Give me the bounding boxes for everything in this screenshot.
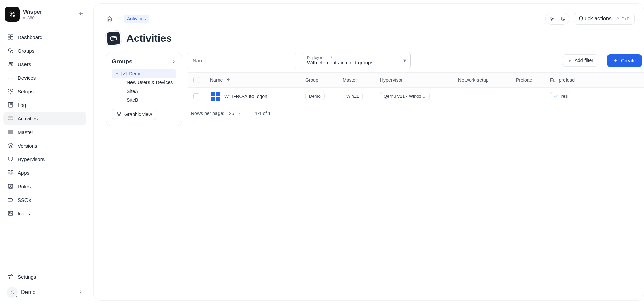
chevron-right-icon [116, 16, 120, 22]
svg-rect-22 [8, 173, 10, 175]
full-preload-chip[interactable]: Yes [550, 92, 571, 100]
brand-logo [5, 7, 20, 22]
tree-item-demo[interactable]: Demo [112, 69, 176, 78]
column-header-group[interactable]: Group [300, 77, 338, 83]
quick-actions-shortcut: ALT+P [616, 16, 630, 21]
brand-sub: 360 [23, 15, 42, 20]
svg-rect-21 [11, 170, 13, 172]
chevron-down-icon [115, 71, 119, 76]
groups-tree: Demo New Users & Devices SiteA SiteB [112, 69, 176, 104]
quick-actions-button[interactable]: Quick actions ALT+P [574, 13, 635, 25]
table-footer: Rows per page: 25 1-1 of 1 [188, 105, 644, 121]
user-menu[interactable]: Demo [3, 284, 86, 301]
sidebar-item-apps[interactable]: Apps [3, 166, 86, 179]
column-header-full-preload[interactable]: Full preload [545, 77, 599, 83]
display-mode-select[interactable]: Display mode * With elements in child gr… [302, 53, 411, 68]
group-chip[interactable]: Demo [305, 92, 325, 100]
page-icon [105, 30, 122, 46]
svg-point-36 [119, 115, 120, 116]
sidebar-item-label: Activities [18, 116, 38, 121]
svg-rect-13 [8, 76, 13, 79]
breadcrumb: Activities [106, 15, 149, 23]
table-header-row: Name Group Master Hypervisor Network set… [188, 73, 644, 88]
user-name: Demo [21, 289, 36, 296]
sidebar-item-ssos[interactable]: SSOs [3, 193, 86, 206]
svg-rect-18 [8, 132, 13, 134]
sidebar-item-devices[interactable]: Devices [3, 71, 86, 84]
status-dot-icon [15, 295, 18, 298]
svg-point-30 [9, 277, 10, 278]
column-header-hypervisor[interactable]: Hypervisor [375, 77, 453, 83]
groups-panel-header[interactable]: Groups [112, 58, 176, 65]
brand-block: Wisper 360 [3, 5, 86, 24]
apps-icon [7, 170, 14, 176]
svg-point-28 [10, 212, 10, 213]
master-chip[interactable]: Win11 [343, 92, 363, 100]
sun-icon [549, 16, 554, 21]
rows-per-page-select[interactable]: 25 [229, 111, 241, 116]
brand-sub-text: 360 [27, 15, 35, 20]
column-header-preload[interactable]: Preload [511, 77, 545, 83]
theme-dark-button[interactable] [557, 13, 569, 24]
display-mode-value: With elements in child groups [307, 60, 405, 65]
sidebar-item-label: Users [18, 61, 31, 67]
sidebar-item-hypervisors[interactable]: Hypervisors [3, 153, 86, 166]
tree-item[interactable]: SiteB [125, 96, 176, 104]
sidebar-item-versions[interactable]: Versions [3, 139, 86, 152]
sidebar-item-settings[interactable]: Settings [3, 270, 86, 283]
svg-point-11 [9, 62, 11, 64]
breadcrumb-current[interactable]: Activities [124, 15, 149, 23]
sidebar-item-dashboard[interactable]: Dashboard [3, 31, 86, 43]
hypervisor-chip[interactable]: Qemu V11 - Windo… [380, 92, 430, 100]
row-checkbox[interactable] [193, 93, 199, 99]
table-row[interactable]: W11-RO-AutoLogon Demo Win11 Qemu V11 - W… [188, 88, 644, 105]
svg-rect-17 [8, 130, 13, 132]
sidebar-item-setups[interactable]: Setups [3, 85, 86, 98]
column-header-network[interactable]: Network setup [453, 77, 511, 83]
brand-name: Wisper [23, 8, 42, 15]
groups-icon [7, 48, 14, 54]
dashboard-icon [7, 34, 14, 40]
sort-asc-icon [226, 78, 231, 82]
column-header-master[interactable]: Master [338, 77, 375, 83]
filter-icon [567, 58, 572, 63]
versions-icon [7, 142, 14, 149]
sidebar-collapse-button[interactable] [76, 9, 85, 19]
rows-per-page-label: Rows per page: [191, 111, 224, 116]
select-all-checkbox[interactable] [193, 77, 199, 83]
svg-rect-33 [110, 36, 117, 41]
tree-item[interactable]: New Users & Devices [125, 78, 176, 87]
sidebar-item-label: Apps [18, 170, 29, 176]
sidebar-item-activities[interactable]: Activities [3, 112, 86, 125]
sidebar-item-master[interactable]: Master [3, 126, 86, 138]
column-header-name[interactable]: Name [205, 77, 300, 83]
svg-point-32 [551, 18, 552, 19]
sidebar-item-users[interactable]: Users [3, 58, 86, 71]
svg-rect-16 [8, 117, 13, 120]
graphic-view-button[interactable]: Graphic view [112, 109, 156, 120]
caret-down-icon [237, 111, 241, 115]
caret-down-icon: ▾ [403, 57, 406, 64]
sidebar-item-label: Roles [18, 184, 31, 189]
sidebar-item-label: Groups [18, 48, 34, 54]
icons-icon [7, 210, 14, 216]
sidebar-item-log[interactable]: Log [3, 98, 86, 111]
tree-item[interactable]: SiteA [125, 87, 176, 96]
sidebar-item-label: Icons [18, 211, 30, 216]
sidebar-item-icons[interactable]: Icons [3, 207, 86, 220]
create-button[interactable]: Create [607, 54, 642, 67]
sidebar-item-roles[interactable]: Roles [3, 180, 86, 193]
svg-point-12 [11, 62, 13, 63]
theme-toggle [545, 13, 569, 25]
sidebar-item-groups[interactable]: Groups [3, 44, 86, 57]
nav: Dashboard Groups Users Devices Setups Lo… [3, 31, 86, 220]
home-icon[interactable] [106, 15, 113, 22]
filters-row: Display mode * With elements in child gr… [188, 53, 644, 68]
name-filter-input[interactable] [193, 58, 291, 63]
theme-light-button[interactable] [546, 13, 557, 24]
roles-icon [7, 183, 14, 189]
svg-point-31 [12, 291, 13, 292]
name-filter-field[interactable] [188, 53, 296, 68]
add-filter-button[interactable]: Add filter [562, 54, 598, 66]
svg-rect-23 [11, 173, 13, 175]
